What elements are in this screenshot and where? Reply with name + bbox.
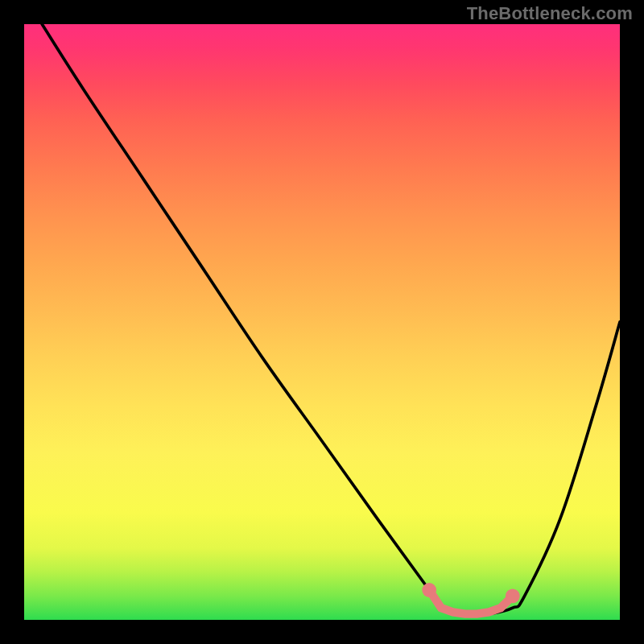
minimum-markers: [422, 583, 519, 613]
curve-path: [42, 24, 620, 615]
minimum-endpoint: [506, 589, 520, 604]
bottleneck-curve: [42, 24, 620, 615]
curve-layer: [24, 24, 620, 620]
minimum-segment: [429, 590, 513, 614]
minimum-endpoint: [422, 583, 436, 597]
chart-frame: TheBottleneck.com: [0, 0, 644, 644]
watermark-label: TheBottleneck.com: [467, 3, 633, 24]
